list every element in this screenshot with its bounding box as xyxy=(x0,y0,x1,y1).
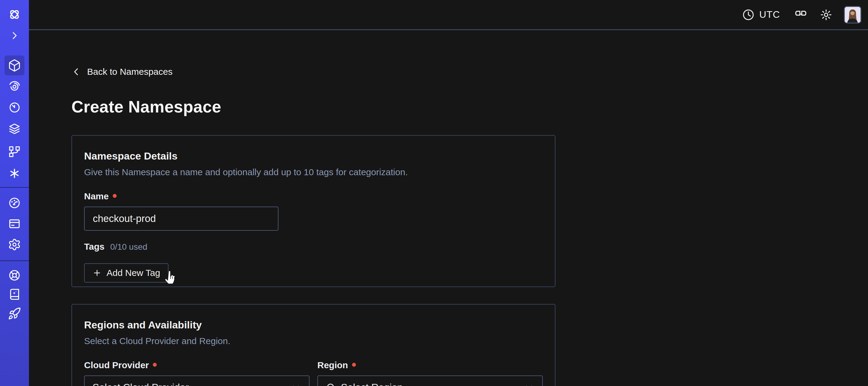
clock-icon xyxy=(742,8,755,21)
card-subtitle: Select a Cloud Provider and Region. xyxy=(84,336,543,346)
namespace-name-input[interactable] xyxy=(84,207,278,231)
sidebar-divider xyxy=(0,187,29,188)
avatar-photo xyxy=(845,7,861,23)
back-to-namespaces-link[interactable]: Back to Namespaces xyxy=(71,67,173,77)
chevron-down-icon xyxy=(524,382,534,386)
cloud-provider-label: Cloud Provider xyxy=(84,360,149,370)
page-title: Create Namespace xyxy=(71,97,868,116)
provider-region-grid: Cloud Provider Select Cloud Provider xyxy=(84,360,543,386)
sidebar-item-schedules[interactable] xyxy=(4,97,24,117)
card-title: Regions and Availability xyxy=(84,319,543,331)
sidebar-item-batch[interactable] xyxy=(4,119,24,139)
support-lifebuoy-icon xyxy=(8,269,21,282)
region-select[interactable]: Select Region xyxy=(317,376,543,386)
glasses-icon xyxy=(794,8,808,22)
topbar: UTC xyxy=(29,0,868,30)
sidebar-item-docs[interactable] xyxy=(4,285,24,304)
view-mode-button[interactable] xyxy=(794,8,808,22)
tags-label-row: Tags 0/10 used xyxy=(84,242,543,252)
cloud-provider-select[interactable]: Select Cloud Provider xyxy=(84,376,310,386)
namespace-details-card: Namespace Details Give this Namespace a … xyxy=(71,135,555,287)
required-dot xyxy=(153,363,157,367)
sidebar-item-support[interactable] xyxy=(4,265,24,285)
sidebar-item-namespaces[interactable] xyxy=(4,56,24,76)
cloud-provider-label-row: Cloud Provider xyxy=(84,360,310,370)
region-placeholder: Select Region xyxy=(341,382,519,386)
tags-used-counter: 0/10 used xyxy=(110,242,147,252)
name-field-label-row: Name xyxy=(84,191,543,202)
usage-gauge-icon xyxy=(8,196,21,210)
name-label: Name xyxy=(84,191,109,202)
theme-toggle-button[interactable] xyxy=(819,8,833,22)
sun-icon xyxy=(819,8,833,22)
workflows-icon xyxy=(8,79,21,93)
add-new-tag-button[interactable]: Add New Tag xyxy=(84,263,168,283)
plus-icon xyxy=(93,268,101,277)
docs-book-icon xyxy=(8,288,21,301)
chevron-right-icon xyxy=(9,30,20,41)
region-column: Region Select Region xyxy=(317,360,543,386)
sidebar-item-nexus[interactable] xyxy=(4,164,24,183)
schedules-timer-icon xyxy=(8,100,21,114)
back-link-label: Back to Namespaces xyxy=(87,67,173,77)
sidebar-item-workflows[interactable] xyxy=(4,76,24,96)
stack-layers-icon xyxy=(8,122,21,136)
page-content: Back to Namespaces Create Namespace Name… xyxy=(29,30,868,386)
billing-window-icon xyxy=(8,217,21,230)
sidebar-item-usage[interactable] xyxy=(4,193,24,213)
tags-label: Tags xyxy=(84,242,104,252)
settings-gear-icon xyxy=(8,238,21,251)
main-area: UTC xyxy=(29,0,868,386)
search-icon xyxy=(326,382,336,386)
sidebar xyxy=(0,0,29,386)
sidebar-item-logo[interactable] xyxy=(4,4,24,24)
sidebar-item-settings[interactable] xyxy=(4,234,24,254)
cloud-provider-column: Cloud Provider Select Cloud Provider xyxy=(84,360,310,386)
required-dot xyxy=(352,363,356,367)
regions-availability-card: Regions and Availability Select a Cloud … xyxy=(71,304,555,386)
user-avatar[interactable] xyxy=(844,6,861,24)
app-root: UTC xyxy=(0,0,868,386)
card-title: Namespace Details xyxy=(84,150,543,162)
timezone-selector[interactable]: UTC xyxy=(742,8,780,21)
region-label: Region xyxy=(317,360,348,370)
sidebar-expand-button[interactable] xyxy=(4,26,24,46)
chevron-down-icon xyxy=(291,382,301,386)
region-label-row: Region xyxy=(317,360,543,370)
sidebar-item-getting-started[interactable] xyxy=(4,304,24,324)
chevron-left-icon xyxy=(71,67,81,77)
sidebar-item-deployments[interactable] xyxy=(4,142,24,161)
temporal-logo-icon xyxy=(8,8,21,21)
add-tag-label: Add New Tag xyxy=(107,268,160,278)
sidebar-item-billing[interactable] xyxy=(4,214,24,234)
timezone-label: UTC xyxy=(759,9,780,20)
cloud-provider-placeholder: Select Cloud Provider xyxy=(93,382,286,386)
nexus-asterisk-icon xyxy=(8,167,21,180)
namespaces-cube-icon xyxy=(8,59,21,72)
getting-started-rocket-icon xyxy=(8,307,21,320)
card-subtitle: Give this Namespace a name and optionall… xyxy=(84,167,543,177)
sidebar-divider xyxy=(0,260,29,261)
deployments-branch-icon xyxy=(8,145,21,158)
required-dot xyxy=(113,194,117,198)
